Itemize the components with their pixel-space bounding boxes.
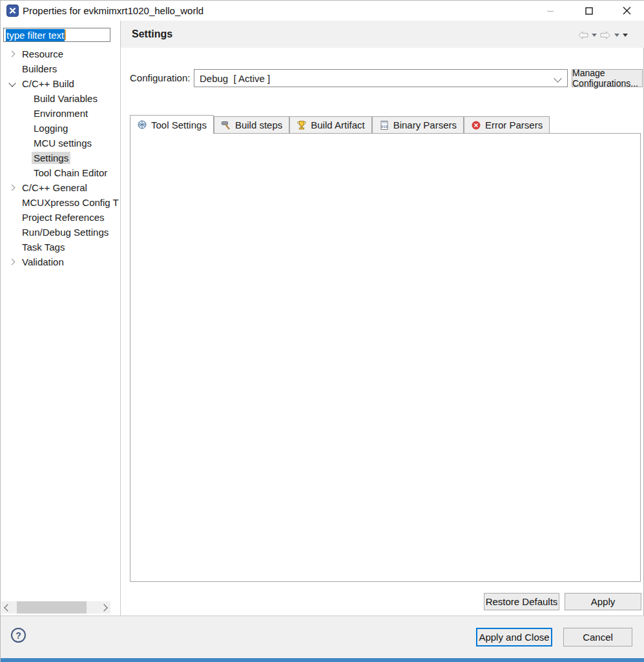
help-icon[interactable]: ? <box>11 628 26 643</box>
tab[interactable]: Build steps <box>214 116 289 134</box>
sidebar-item[interactable]: Builders <box>1 61 120 76</box>
forward-icon[interactable] <box>600 31 611 39</box>
close-button[interactable] <box>612 1 641 21</box>
sidebar-item-label: MCUXpresso Config T <box>20 196 121 209</box>
sidebar-horizontal-scrollbar[interactable] <box>1 601 110 614</box>
sidebar-item[interactable]: Resource <box>1 47 120 61</box>
chevron-right-icon[interactable] <box>7 183 17 193</box>
build-steps-icon <box>221 120 231 130</box>
sidebar-item[interactable]: MCUXpresso Config T <box>1 195 120 210</box>
sidebar-item-label: Resource <box>20 48 65 60</box>
sidebar-item-label: C/C++ General <box>20 181 89 194</box>
properties-dialog: Properties for evkmimxrt1020_hello_world… <box>0 0 644 662</box>
apply-button[interactable]: Apply <box>565 593 641 610</box>
scroll-left-icon[interactable] <box>1 601 12 614</box>
sidebar-sash[interactable] <box>120 21 121 615</box>
sidebar-item[interactable]: Run/Debug Settings <box>1 225 120 240</box>
sidebar-item[interactable]: Logging <box>1 121 120 136</box>
view-menu-icon[interactable] <box>623 34 628 37</box>
chevron-spacer <box>7 64 17 74</box>
chevron-spacer <box>7 212 17 223</box>
back-dropdown-icon[interactable] <box>592 34 597 37</box>
app-logo-icon <box>6 5 19 17</box>
sidebar-item[interactable]: Task Tags <box>1 240 120 254</box>
properties-category-tree: Resource Builders C/C++ Build Build Vari… <box>1 47 120 269</box>
sidebar-item[interactable]: Settings <box>1 150 120 165</box>
restore-defaults-button[interactable]: Restore Defaults <box>484 593 559 610</box>
chevron-spacer <box>19 123 29 134</box>
tab[interactable]: Error Parsers <box>464 116 550 134</box>
sidebar-item[interactable]: MCU settings <box>1 136 120 150</box>
chevron-spacer <box>19 94 29 104</box>
sidebar-item[interactable]: C/C++ Build <box>1 76 120 91</box>
tab[interactable]: Tool Settings <box>130 115 214 134</box>
tab[interactable]: Build Artifact <box>289 116 371 134</box>
chevron-spacer <box>19 168 29 178</box>
cancel-button[interactable]: Cancel <box>563 628 632 646</box>
forward-dropdown-icon[interactable] <box>614 34 619 37</box>
chevron-down-icon <box>554 74 562 83</box>
tab-label: Build Artifact <box>311 119 364 130</box>
title-bar: Properties for evkmimxrt1020_hello_world <box>1 1 644 21</box>
filter-selected-text: type filter text <box>6 29 65 41</box>
window-title: Properties for evkmimxrt1020_hello_world <box>23 1 203 21</box>
back-icon[interactable] <box>577 31 588 39</box>
sidebar-item[interactable]: Validation <box>1 254 120 269</box>
sidebar-item[interactable]: Build Variables <box>1 91 120 106</box>
chevron-spacer <box>7 198 17 208</box>
sidebar-item-label: Environment <box>32 107 90 119</box>
tab-label: Error Parsers <box>485 119 543 130</box>
scroll-right-icon[interactable] <box>99 601 110 614</box>
page-title: Settings <box>132 21 172 48</box>
sidebar-item[interactable]: C/C++ General <box>1 180 120 195</box>
minimize-button[interactable] <box>535 1 565 21</box>
sidebar-item-label: Logging <box>32 122 70 134</box>
text-caret <box>65 30 66 40</box>
sidebar-item-label: Settings <box>32 152 70 164</box>
chevron-spacer <box>19 109 29 119</box>
sidebar-item-label: Task Tags <box>20 241 67 253</box>
sidebar-item-label: Tool Chain Editor <box>32 167 109 179</box>
manage-configurations-button[interactable]: Manage Configurations... <box>572 69 643 87</box>
apply-and-close-button[interactable]: Apply and Close <box>476 628 552 646</box>
sidebar-item-label: Builders <box>20 63 59 75</box>
chevron-spacer <box>7 242 17 253</box>
chevron-spacer <box>19 153 29 163</box>
tab-label: Tool Settings <box>151 119 207 130</box>
sidebar-item-label: Validation <box>20 256 66 268</box>
sidebar-item[interactable]: Environment <box>1 106 120 121</box>
tab-label: Binary Parsers <box>393 119 457 130</box>
build-artifact-icon <box>296 120 307 130</box>
settings-tab-bar: Tool Settings Build steps Build Artifact <box>130 116 550 134</box>
sidebar-item-label: Run/Debug Settings <box>20 226 110 238</box>
tab[interactable]: 010 Binary Parsers <box>372 116 464 134</box>
sidebar-item-label: Project References <box>20 211 107 223</box>
tab-label: Build steps <box>235 119 282 130</box>
sidebar-item-label: MCU settings <box>32 137 94 149</box>
maximize-button[interactable] <box>574 1 604 21</box>
chevron-spacer <box>19 138 29 149</box>
configuration-value: Debug [ Active ] <box>200 73 270 84</box>
history-navigation <box>577 28 642 41</box>
binary-parsers-icon: 010 <box>379 120 390 130</box>
sidebar-item-label: C/C++ Build <box>20 78 76 90</box>
sidebar-item-label: Build Variables <box>32 92 99 105</box>
chevron-spacer <box>7 227 17 238</box>
sidebar-item[interactable]: Tool Chain Editor <box>1 165 120 180</box>
filter-input[interactable]: type filter text <box>3 28 110 42</box>
configuration-combobox[interactable]: Debug [ Active ] <box>194 69 568 87</box>
chevron-right-icon[interactable] <box>7 49 17 59</box>
sidebar-item[interactable]: Project References <box>1 210 120 225</box>
scrollbar-thumb[interactable] <box>17 601 87 614</box>
error-parsers-icon <box>471 120 481 130</box>
configuration-label: Configuration: <box>130 69 190 87</box>
tab-content-panel <box>130 133 641 582</box>
page-header <box>121 21 644 48</box>
tool-settings-icon <box>137 119 147 130</box>
chevron-down-icon[interactable] <box>7 79 17 89</box>
window-bottom-border <box>1 658 644 662</box>
chevron-right-icon[interactable] <box>7 257 17 267</box>
svg-text:010: 010 <box>381 124 388 128</box>
